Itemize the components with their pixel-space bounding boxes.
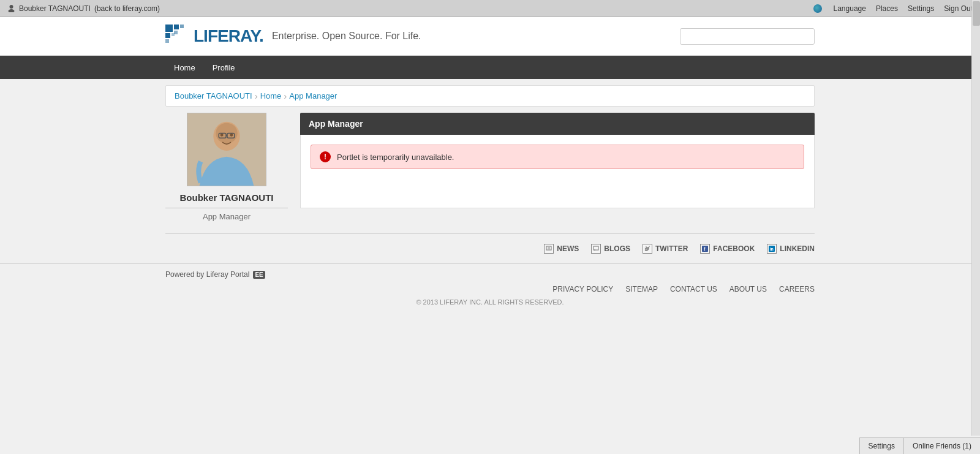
signout-link[interactable]: Sign Out <box>944 4 973 13</box>
main-content: Boubker TAGNAOUTI › Home › App Manager <box>0 85 980 263</box>
breadcrumb-sep-1: › <box>255 91 258 101</box>
about-us-link[interactable]: ABOUT US <box>729 285 767 293</box>
logo-tagline: Enterprise. Open Source. For Life. <box>272 31 421 42</box>
top-bar: Boubker TAGNAOUTI (back to liferay.com) … <box>0 0 980 17</box>
facebook-label: FACEBOOK <box>713 244 755 253</box>
scrollbar[interactable] <box>971 0 980 312</box>
language-link[interactable]: Language <box>834 4 866 13</box>
svg-rect-2 <box>165 25 173 32</box>
linkedin-link[interactable]: in LINKEDIN <box>767 244 815 254</box>
facebook-link[interactable]: f FACEBOOK <box>700 244 755 254</box>
linkedin-icon: in <box>767 244 777 254</box>
careers-link[interactable]: CAREERS <box>779 285 815 293</box>
ee-badge: EE <box>253 271 265 279</box>
back-to-liferay-link[interactable]: (back to liferay.com) <box>94 4 160 13</box>
error-box: ! Portlet is temporarily unavailable. <box>311 145 804 169</box>
svg-rect-5 <box>180 25 184 28</box>
news-label: NEWS <box>557 244 579 253</box>
svg-rect-8 <box>172 33 175 36</box>
footer-powered-by: Powered by Liferay Portal EE <box>165 270 815 279</box>
footer-social: NEWS BLOGS TWITTER f FACEBOOK in LINKEDI… <box>165 233 815 263</box>
profile-role: App Manager <box>203 212 251 221</box>
svg-rect-20 <box>594 246 598 250</box>
blogs-label: BLOGS <box>604 244 630 253</box>
breadcrumb-home[interactable]: Home <box>260 91 282 100</box>
avatar-image <box>187 113 266 186</box>
svg-point-21 <box>594 249 595 251</box>
svg-rect-4 <box>165 33 170 38</box>
places-link[interactable]: Places <box>876 4 898 13</box>
footer-links: PRIVACY POLICY SITEMAP CONTACT US ABOUT … <box>165 285 815 296</box>
nav-home[interactable]: Home <box>165 57 204 78</box>
nav-bar: Home Profile <box>0 56 980 79</box>
twitter-icon <box>643 244 652 254</box>
sitemap-link[interactable]: SITEMAP <box>625 285 658 293</box>
profile-name: Boubker TAGNAOUTI <box>165 192 288 208</box>
svg-rect-7 <box>165 39 169 43</box>
header: LIFERAY. Enterprise. Open Source. For Li… <box>0 17 980 56</box>
svg-point-1 <box>9 9 15 12</box>
app-manager-panel: App Manager ! Portlet is temporarily una… <box>300 113 815 221</box>
footer-bottom: Powered by Liferay Portal EE PRIVACY POL… <box>0 263 980 312</box>
breadcrumb-user[interactable]: Boubker TAGNAOUTI <box>175 91 252 100</box>
svg-point-13 <box>230 134 233 137</box>
svg-rect-17 <box>546 246 551 250</box>
svg-point-0 <box>10 5 13 9</box>
powered-by-text: Powered by Liferay Portal <box>165 270 249 279</box>
logo-text: LIFERAY. <box>194 26 263 46</box>
search-input[interactable] <box>680 28 815 45</box>
liferay-logo-icon <box>165 25 189 48</box>
privacy-policy-link[interactable]: PRIVACY POLICY <box>552 285 613 293</box>
globe-icon <box>813 4 822 13</box>
error-icon: ! <box>320 151 331 162</box>
svg-rect-3 <box>174 25 179 29</box>
breadcrumb-appmanager[interactable]: App Manager <box>289 91 337 100</box>
facebook-icon: f <box>700 244 710 254</box>
svg-text:in: in <box>770 247 774 251</box>
user-icon <box>7 4 15 12</box>
nav-profile[interactable]: Profile <box>204 57 244 78</box>
twitter-link[interactable]: TWITTER <box>643 244 688 254</box>
breadcrumb-sep-2: › <box>284 91 287 101</box>
blogs-icon <box>591 244 601 254</box>
app-manager-title: App Manager <box>300 113 815 135</box>
news-link[interactable]: NEWS <box>544 244 579 254</box>
top-bar-user: Boubker TAGNAOUTI (back to liferay.com) <box>7 4 160 13</box>
footer-copyright: © 2013 LIFERAY INC. ALL RIGHTS RESERVED. <box>165 296 815 306</box>
top-bar-actions: Language Places Settings Sign Out <box>813 4 973 13</box>
contact-us-link[interactable]: CONTACT US <box>670 285 717 293</box>
twitter-label: TWITTER <box>655 244 688 253</box>
settings-link[interactable]: Settings <box>908 4 934 13</box>
breadcrumb: Boubker TAGNAOUTI › Home › App Manager <box>165 85 815 107</box>
avatar <box>187 113 266 186</box>
username-label: Boubker TAGNAOUTI <box>19 4 91 13</box>
profile-section: Boubker TAGNAOUTI App Manager App Manage… <box>165 113 815 221</box>
svg-text:f: f <box>704 246 706 252</box>
linkedin-label: LINKEDIN <box>780 244 815 253</box>
profile-sidebar: Boubker TAGNAOUTI App Manager <box>165 113 288 221</box>
svg-point-12 <box>221 134 224 137</box>
blogs-link[interactable]: BLOGS <box>591 244 630 254</box>
app-manager-body: ! Portlet is temporarily unavailable. <box>300 135 815 208</box>
error-message: Portlet is temporarily unavailable. <box>337 153 454 162</box>
logo-area: LIFERAY. Enterprise. Open Source. For Li… <box>165 25 421 48</box>
news-icon <box>544 244 554 254</box>
